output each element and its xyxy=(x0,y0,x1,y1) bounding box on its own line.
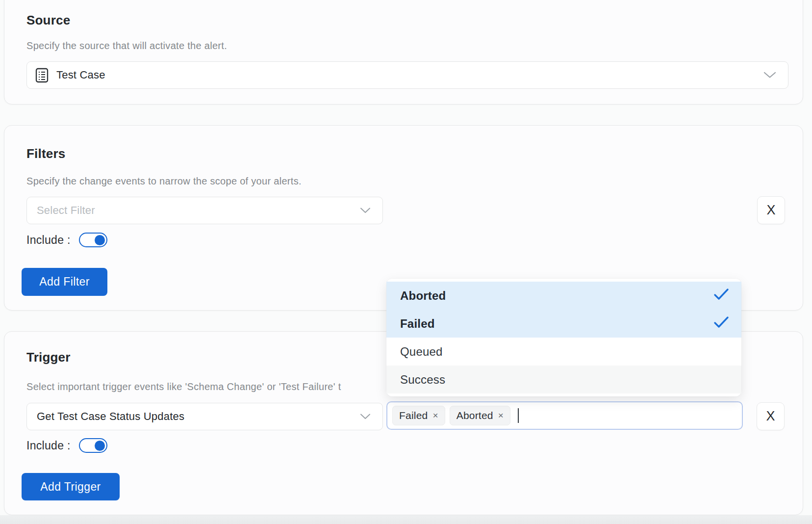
remove-filter-button[interactable]: X xyxy=(757,196,785,224)
trigger-include-label: Include : xyxy=(26,439,71,452)
option-label: Failed xyxy=(400,317,435,331)
checkmark-icon xyxy=(713,316,730,332)
trigger-events-multiselect[interactable]: Failed × Aborted × xyxy=(386,401,743,430)
chevron-down-icon xyxy=(763,72,776,79)
trigger-title: Trigger xyxy=(26,349,71,365)
remove-chip-icon[interactable]: × xyxy=(432,410,438,421)
selected-event-chip: Aborted × xyxy=(450,406,510,425)
chip-label: Aborted xyxy=(457,410,493,421)
page-bottom-edge xyxy=(0,515,812,524)
source-title: Source xyxy=(26,12,70,28)
alert-config-page: Source Specify the source that will acti… xyxy=(0,0,812,524)
selected-event-chip: Failed × xyxy=(392,406,445,425)
source-select[interactable]: Test Case xyxy=(26,61,788,89)
add-trigger-button[interactable]: Add Trigger xyxy=(22,473,120,500)
filter-include-label: Include : xyxy=(26,234,71,247)
chevron-down-icon xyxy=(360,414,371,420)
status-options-dropdown: Aborted Failed Queued Success xyxy=(386,279,741,396)
toggle-knob xyxy=(95,235,105,245)
option-label: Queued xyxy=(400,345,443,359)
trigger-include-toggle[interactable] xyxy=(79,438,107,453)
toggle-knob xyxy=(95,441,105,451)
dropdown-option-failed[interactable]: Failed xyxy=(386,310,741,338)
filters-description: Specify the change events to narrow the … xyxy=(26,175,302,187)
source-description: Specify the source that will activate th… xyxy=(26,39,227,52)
dropdown-option-success[interactable]: Success xyxy=(386,366,741,393)
trigger-description: Select important trigger events like 'Sc… xyxy=(26,380,341,393)
option-label: Success xyxy=(400,373,445,387)
source-section: Source Specify the source that will acti… xyxy=(4,0,803,105)
remove-trigger-button[interactable]: X xyxy=(757,402,785,430)
dropdown-option-aborted[interactable]: Aborted xyxy=(386,282,741,310)
test-case-document-icon xyxy=(35,68,49,83)
filter-select[interactable]: Select Filter xyxy=(26,197,383,224)
add-filter-button[interactable]: Add Filter xyxy=(22,268,107,296)
remove-chip-icon[interactable]: × xyxy=(498,410,504,421)
source-select-value: Test Case xyxy=(56,69,105,81)
chevron-down-icon xyxy=(360,208,371,214)
filter-include-toggle[interactable] xyxy=(79,233,107,247)
trigger-select[interactable]: Get Test Case Status Updates xyxy=(26,403,383,430)
trigger-select-value: Get Test Case Status Updates xyxy=(37,410,184,423)
option-label: Aborted xyxy=(400,289,446,303)
chip-label: Failed xyxy=(399,410,428,421)
text-cursor xyxy=(518,408,519,423)
filters-title: Filters xyxy=(26,146,65,161)
dropdown-option-queued[interactable]: Queued xyxy=(386,338,741,366)
filter-select-placeholder: Select Filter xyxy=(37,204,95,217)
checkmark-icon xyxy=(713,288,730,304)
